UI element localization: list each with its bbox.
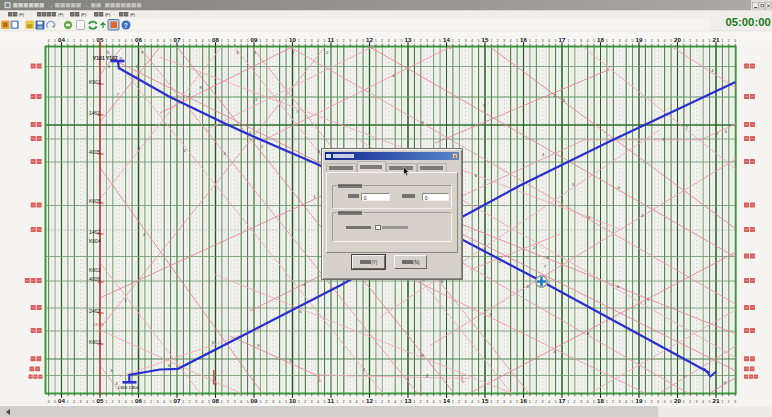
svg-text:2: 2: [73, 400, 75, 404]
svg-text:3: 3: [696, 39, 698, 43]
svg-text:1: 1: [490, 39, 492, 43]
svg-text:4: 4: [702, 39, 704, 43]
svg-text:5: 5: [323, 39, 325, 43]
svg-text:5: 5: [516, 39, 518, 43]
svg-text:3: 3: [426, 400, 428, 404]
svg-text:1: 1: [336, 39, 338, 43]
svg-text:3: 3: [272, 400, 274, 404]
svg-text:4: 4: [702, 400, 704, 404]
svg-text:1461: 1461: [89, 110, 100, 116]
svg-text:1: 1: [452, 39, 454, 43]
svg-text:3: 3: [657, 400, 659, 404]
svg-text:2: 2: [343, 400, 345, 404]
svg-text:4: 4: [125, 400, 127, 404]
svg-text:3: 3: [580, 400, 582, 404]
svg-text:(F): (F): [105, 12, 111, 17]
svg-text:K603: K603: [89, 339, 101, 345]
svg-text:1: 1: [67, 400, 69, 404]
svg-text:5: 5: [54, 39, 56, 43]
svg-text:4: 4: [48, 39, 50, 43]
svg-text:1: 1: [413, 400, 415, 404]
svg-text:2: 2: [227, 39, 229, 43]
svg-text:08: 08: [212, 36, 219, 43]
svg-text:4: 4: [471, 39, 473, 43]
svg-text:(F): (F): [19, 12, 25, 17]
svg-text:3: 3: [388, 39, 390, 43]
svg-text:2: 2: [304, 39, 306, 43]
svg-text:2: 2: [574, 39, 576, 43]
svg-text:4: 4: [587, 39, 589, 43]
svg-text:19: 19: [636, 36, 643, 43]
svg-text:4: 4: [356, 400, 358, 404]
svg-text:4: 4: [86, 400, 88, 404]
svg-text:1: 1: [606, 400, 608, 404]
svg-text:-: -: [50, 3, 52, 9]
svg-text:16: 16: [520, 36, 527, 43]
svg-text:5: 5: [477, 400, 479, 404]
svg-text:2: 2: [420, 400, 422, 404]
svg-text:3: 3: [195, 39, 197, 43]
svg-text:2: 2: [381, 400, 383, 404]
svg-text:1: 1: [259, 400, 261, 404]
svg-text:3: 3: [580, 39, 582, 43]
svg-text:4: 4: [240, 39, 242, 43]
svg-text:5: 5: [708, 39, 710, 43]
svg-text:2: 2: [458, 400, 460, 404]
svg-text:2: 2: [497, 39, 499, 43]
svg-text:2: 2: [689, 400, 691, 404]
svg-text:1: 1: [259, 39, 261, 43]
svg-text:4: 4: [433, 400, 435, 404]
svg-text:11: 11: [328, 36, 335, 43]
svg-text:2: 2: [150, 400, 152, 404]
svg-text:4: 4: [394, 400, 396, 404]
svg-text:1: 1: [683, 400, 685, 404]
svg-text:4: 4: [471, 400, 473, 404]
svg-text:5: 5: [92, 400, 94, 404]
svg-text:5: 5: [131, 400, 133, 404]
svg-text:1: 1: [721, 39, 723, 43]
svg-text:4: 4: [317, 400, 319, 404]
svg-text:2: 2: [612, 39, 614, 43]
svg-text:09: 09: [251, 36, 258, 43]
svg-text:3: 3: [696, 400, 698, 404]
svg-text:1: 1: [105, 39, 107, 43]
svg-text:4005: 4005: [89, 149, 100, 155]
svg-text:3: 3: [465, 400, 467, 404]
svg-text:3: 3: [80, 400, 82, 404]
svg-text:2: 2: [458, 39, 460, 43]
svg-text:4: 4: [202, 400, 204, 404]
svg-text:3: 3: [195, 400, 197, 404]
svg-text:5: 5: [516, 400, 518, 404]
svg-text:(F): (F): [81, 12, 87, 17]
svg-text:1: 1: [298, 39, 300, 43]
svg-text:5: 5: [670, 400, 672, 404]
svg-text:4: 4: [625, 400, 627, 404]
svg-text:04: 04: [58, 36, 65, 43]
svg-text:5: 5: [439, 39, 441, 43]
svg-text:5: 5: [439, 400, 441, 404]
svg-text:3: 3: [234, 39, 236, 43]
svg-text:2: 2: [73, 39, 75, 43]
svg-text:05: 05: [97, 36, 104, 43]
svg-text:2: 2: [497, 400, 499, 404]
svg-text:3: 3: [542, 400, 544, 404]
svg-text:5: 5: [92, 39, 94, 43]
svg-text:06: 06: [135, 36, 142, 43]
svg-text:13: 13: [405, 36, 412, 43]
svg-text:3: 3: [234, 400, 236, 404]
svg-text:1: 1: [144, 39, 146, 43]
svg-text:3: 3: [734, 39, 736, 43]
svg-text:07: 07: [174, 36, 181, 43]
svg-text:Y101 Y102: Y101 Y102: [93, 55, 118, 61]
svg-text:1: 1: [221, 39, 223, 43]
svg-text:1: 1: [182, 400, 184, 404]
svg-text:3: 3: [619, 39, 621, 43]
svg-text:2: 2: [728, 39, 730, 43]
svg-text:4: 4: [48, 400, 50, 404]
svg-text:2: 2: [689, 39, 691, 43]
svg-text:4: 4: [548, 400, 550, 404]
svg-text:2: 2: [728, 400, 730, 404]
svg-text:4: 4: [587, 400, 589, 404]
svg-text:4: 4: [510, 400, 512, 404]
svg-text:2: 2: [651, 39, 653, 43]
